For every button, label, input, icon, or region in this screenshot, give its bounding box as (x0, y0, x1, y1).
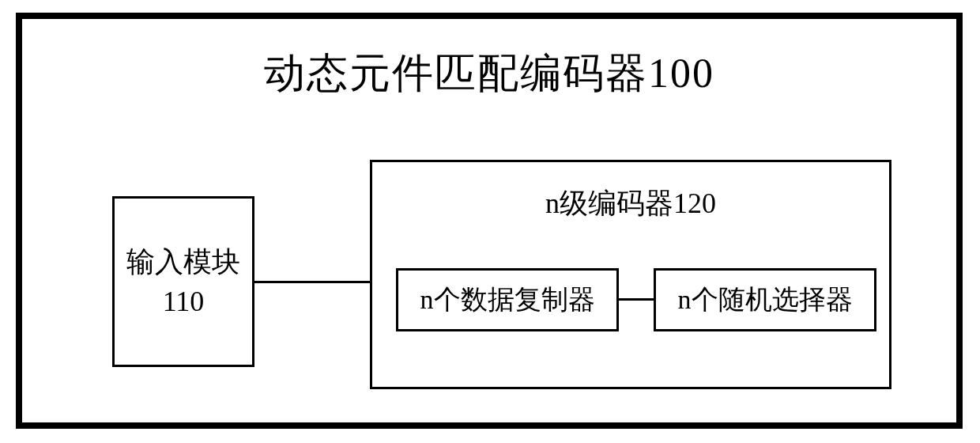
connector-line-inner (619, 298, 654, 301)
diagram-title: 动态元件匹配编码器100 (22, 46, 956, 101)
encoder-title: n级编码器120 (372, 184, 889, 223)
random-selector-box: n个随机选择器 (654, 268, 876, 331)
data-replicator-label: n个数据复制器 (420, 282, 595, 318)
input-module-label: 输入模块 (126, 242, 240, 282)
connector-line-main (254, 281, 370, 283)
outer-frame: 动态元件匹配编码器100 输入模块 110 n级编码器120 n个数据复制器 n… (16, 13, 963, 429)
data-replicator-box: n个数据复制器 (396, 268, 619, 331)
input-module-box: 输入模块 110 (112, 196, 254, 367)
input-module-number: 110 (163, 282, 205, 321)
random-selector-label: n个随机选择器 (678, 282, 853, 318)
encoder-box: n级编码器120 n个数据复制器 n个随机选择器 (370, 160, 891, 389)
